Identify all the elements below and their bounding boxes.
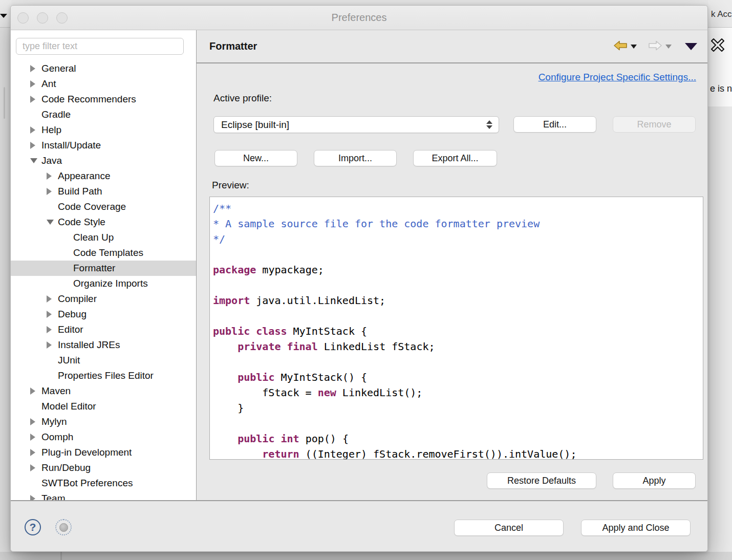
disclosure-triangle-icon[interactable] (30, 80, 41, 88)
background-window-edge (60, 552, 62, 560)
code-line: /** (213, 201, 703, 216)
sidebar-item-team[interactable]: Team (11, 491, 196, 500)
disclosure-triangle-icon[interactable] (30, 126, 41, 134)
background-text-fragment: e is n (710, 83, 732, 94)
disclosure-triangle-icon[interactable] (30, 142, 41, 149)
tree-item-label: General (41, 63, 76, 74)
disclosure-triangle-icon[interactable] (30, 96, 41, 103)
view-menu-icon[interactable] (685, 43, 697, 50)
disclosure-triangle-icon[interactable] (47, 173, 58, 180)
filter-input[interactable] (16, 38, 184, 55)
tree-item-label: Installed JREs (58, 339, 120, 351)
restore-view-icon[interactable] (711, 38, 724, 54)
sidebar-item-gradle[interactable]: Gradle (11, 107, 196, 122)
tree-item-label: Organize Imports (73, 278, 148, 289)
disclosure-triangle-icon[interactable] (47, 326, 58, 333)
cancel-button[interactable]: Cancel (454, 520, 564, 536)
sidebar-item-code-style[interactable]: Code Style (11, 214, 196, 230)
code-line: public class MyIntStack { (213, 324, 703, 339)
tree-item-label: Ant (41, 78, 56, 90)
sidebar-item-general[interactable]: General (11, 61, 196, 76)
disclosure-triangle-icon[interactable] (47, 311, 58, 318)
page-title: Formatter (209, 40, 613, 52)
apply-button[interactable]: Apply (613, 472, 696, 489)
tree-item-label: Build Path (58, 186, 102, 197)
disclosure-triangle-icon[interactable] (30, 65, 41, 72)
sidebar-item-debug[interactable]: Debug (11, 307, 196, 322)
record-dot-icon (59, 523, 68, 532)
disclosure-triangle-icon[interactable] (47, 220, 58, 225)
sidebar-item-ant[interactable]: Ant (11, 76, 196, 92)
sidebar-item-installed-jres[interactable]: Installed JREs (11, 337, 196, 353)
edit-button[interactable]: Edit... (513, 116, 596, 133)
sidebar-item-swtbot-preferences[interactable]: SWTBot Preferences (11, 476, 196, 491)
record-toggle-button[interactable] (55, 519, 72, 535)
collapsed-triangle (30, 464, 35, 471)
back-arrow-icon[interactable] (613, 40, 628, 53)
disclosure-triangle-icon[interactable] (30, 418, 41, 425)
forward-arrow-icon[interactable] (648, 40, 662, 53)
code-line: return ((Integer) fStack.removeFirst()).… (213, 446, 703, 460)
sidebar-item-run-debug[interactable]: Run/Debug (11, 460, 196, 476)
sidebar-item-junit[interactable]: JUnit (11, 353, 196, 368)
disclosure-triangle-icon[interactable] (30, 158, 41, 163)
sidebar-item-help[interactable]: Help (11, 122, 196, 138)
disclosure-triangle-icon[interactable] (47, 295, 58, 303)
sidebar-item-formatter[interactable]: Formatter (11, 261, 196, 276)
help-button[interactable]: ? (25, 519, 41, 535)
disclosure-triangle-icon[interactable] (30, 434, 41, 441)
sidebar-item-clean-up[interactable]: Clean Up (11, 230, 196, 245)
sidebar-item-organize-imports[interactable]: Organize Imports (11, 276, 196, 291)
code-text: MyIntStack() { (274, 371, 367, 383)
disclosure-triangle-icon[interactable] (30, 464, 41, 471)
disclosure-triangle-icon[interactable] (30, 387, 41, 395)
sidebar-item-oomph[interactable]: Oomph (11, 429, 196, 445)
collapsed-triangle (30, 65, 35, 72)
code-preview[interactable]: /*** A sample source file for the code f… (209, 197, 703, 460)
sidebar-item-install-update[interactable]: Install/Update (11, 138, 196, 153)
apply-and-close-button[interactable]: Apply and Close (581, 520, 691, 536)
dialog-footer: ? Cancel Apply and Close (11, 500, 707, 551)
sidebar-item-model-editor[interactable]: Model Editor (11, 399, 196, 414)
sidebar-item-build-path[interactable]: Build Path (11, 184, 196, 199)
tree-item-label: Mylyn (41, 416, 67, 427)
sidebar-item-code-recommenders[interactable]: Code Recommenders (11, 92, 196, 107)
active-profile-label: Active profile: (213, 93, 272, 104)
new-button[interactable]: New... (214, 150, 297, 166)
forward-history-caret-icon[interactable] (665, 45, 672, 49)
sidebar-item-mylyn[interactable]: Mylyn (11, 414, 196, 429)
disclosure-triangle-icon[interactable] (47, 341, 58, 349)
sidebar-item-code-templates[interactable]: Code Templates (11, 245, 196, 261)
disclosure-triangle-icon[interactable] (30, 495, 41, 500)
sidebar-item-code-coverage[interactable]: Code Coverage (11, 199, 196, 214)
tree-item-label: SWTBot Preferences (41, 478, 133, 489)
sidebar-item-appearance[interactable]: Appearance (11, 168, 196, 184)
sidebar-item-plug-in-development[interactable]: Plug-in Development (11, 445, 196, 460)
sidebar-item-maven[interactable]: Maven (11, 383, 196, 399)
import-button[interactable]: Import... (314, 150, 397, 166)
sidebar-item-compiler[interactable]: Compiler (11, 291, 196, 307)
tree-item-label: Gradle (41, 109, 71, 120)
back-history-caret-icon[interactable] (631, 45, 637, 49)
disclosure-triangle-icon[interactable] (30, 449, 41, 456)
collapsed-triangle (30, 434, 35, 441)
window-title: Preferences (11, 12, 707, 24)
tree-item-label: Model Editor (41, 401, 96, 412)
remove-button[interactable]: Remove (613, 116, 696, 133)
code-line: * A sample source file for the code form… (213, 216, 703, 231)
export-all-button[interactable]: Export All... (413, 150, 497, 166)
select-stepper-icon (486, 120, 493, 129)
code-line: private final LinkedList fStack; (213, 339, 703, 354)
code-text (213, 433, 238, 445)
active-profile-select[interactable]: Eclipse [built-in] (213, 116, 499, 133)
preview-label: Preview: (212, 180, 249, 191)
sidebar-item-java[interactable]: Java (11, 153, 196, 168)
code-text (213, 340, 238, 353)
sidebar-item-editor[interactable]: Editor (11, 322, 196, 337)
disclosure-triangle-icon[interactable] (47, 188, 58, 195)
tree-item-label: Code Recommenders (41, 94, 136, 105)
collapsed-triangle (30, 495, 35, 500)
sidebar-item-properties-files-editor[interactable]: Properties Files Editor (11, 368, 196, 383)
configure-project-settings-link[interactable]: Configure Project Specific Settings... (539, 72, 696, 83)
restore-defaults-button[interactable]: Restore Defaults (487, 472, 596, 489)
